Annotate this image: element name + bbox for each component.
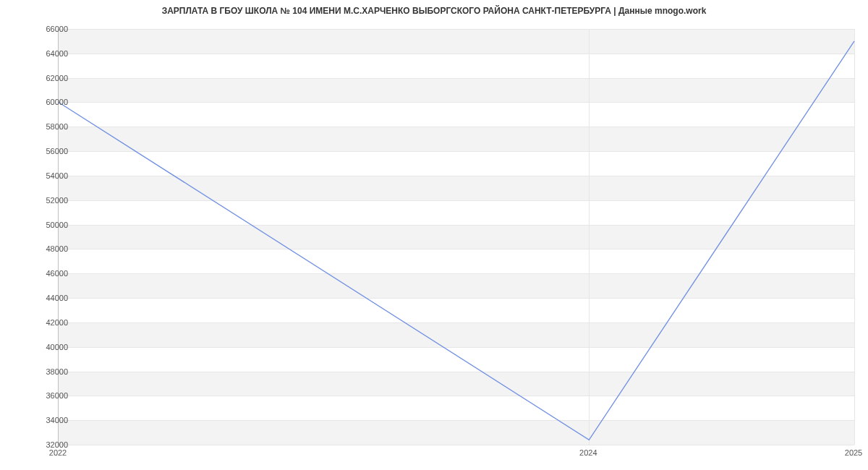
y-tick-label: 64000: [25, 49, 68, 58]
chart-title: ЗАРПЛАТА В ГБОУ ШКОЛА № 104 ИМЕНИ М.С.ХА…: [0, 6, 868, 16]
y-tick-label: 34000: [25, 416, 68, 424]
x-tick-label: 2024: [579, 448, 597, 457]
y-tick-label: 48000: [25, 244, 68, 253]
y-tick-label: 54000: [25, 171, 68, 180]
x-gridline: [854, 29, 855, 445]
y-tick-label: 66000: [25, 25, 68, 33]
y-tick-label: 52000: [25, 196, 68, 205]
chart-container: ЗАРПЛАТА В ГБОУ ШКОЛА № 104 ИМЕНИ М.С.ХА…: [0, 0, 868, 470]
y-tick-label: 40000: [25, 343, 68, 351]
y-tick-label: 62000: [25, 74, 68, 82]
y-tick-label: 38000: [25, 367, 68, 376]
x-tick-label: 2022: [49, 448, 67, 457]
line-series: [59, 29, 854, 445]
y-tick-label: 42000: [25, 318, 68, 327]
y-tick-label: 36000: [25, 391, 68, 400]
y-tick-label: 50000: [25, 221, 68, 229]
y-tick-label: 58000: [25, 122, 68, 131]
y-gridline: [59, 445, 854, 445]
y-tick-label: 56000: [25, 147, 68, 155]
y-tick-label: 46000: [25, 269, 68, 278]
y-tick-label: 60000: [25, 98, 68, 106]
plot-area: [58, 29, 854, 445]
x-tick-label: 2025: [845, 448, 862, 457]
y-tick-label: 44000: [25, 294, 68, 302]
